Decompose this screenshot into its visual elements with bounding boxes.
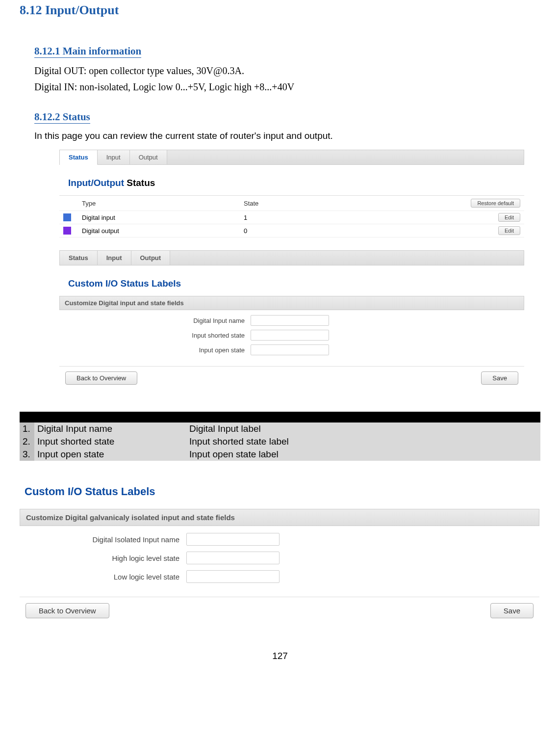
tab-output[interactable]: Output	[130, 150, 167, 164]
field-row: Digital Input name	[59, 313, 524, 328]
panel-title-black: Status	[124, 178, 155, 188]
back-to-overview-button[interactable]: Back to Overview	[25, 603, 109, 618]
subsection-heading-8121: 8.12.1 Main information	[34, 45, 141, 58]
col-type-header: Type	[82, 200, 244, 207]
desc-b: Input open state label	[186, 448, 540, 461]
section-heading-812: 8.12 Input/Output	[20, 3, 540, 18]
label-input-open-state: Input open state	[59, 346, 251, 354]
color-swatch-icon	[63, 227, 71, 235]
tabs-filler	[167, 150, 524, 164]
field-row: Digital Isolated Input name	[20, 530, 539, 549]
label-input-shorted-state: Input shorted state	[59, 332, 251, 339]
row-type: Digital output	[82, 227, 244, 235]
io-status-row: Digital input 1 Edit	[59, 211, 524, 224]
save-button[interactable]: Save	[481, 371, 518, 385]
tabs-1: Status Input Output	[59, 150, 524, 165]
label-digital-input-name: Digital Input name	[59, 317, 251, 324]
io-status-table: Type State Restore default Digital input…	[59, 195, 524, 238]
color-swatch-icon	[63, 213, 71, 221]
tabs-2: Status Input Output	[59, 250, 524, 265]
input-digital-isolated-input-name[interactable]	[186, 533, 280, 546]
custom-input-fields: Digital Input name Input shorted state I…	[59, 313, 524, 357]
actions-row-1: Back to Overview Save	[59, 366, 524, 390]
status-intro: In this page you can review the current …	[34, 131, 540, 141]
desc-a: Input open state	[34, 448, 186, 461]
panel-title-custom-labels-2: Custom I/O Status Labels	[25, 485, 539, 498]
input-shorted-state[interactable]	[251, 330, 329, 341]
label-high-logic-level-state: High logic level state	[20, 554, 186, 562]
tab-status-2[interactable]: Status	[60, 251, 98, 265]
tab-input-2[interactable]: Input	[98, 251, 131, 265]
desc-a: Digital Input name	[34, 422, 186, 435]
custom-isolated-fields: Digital Isolated Input name High logic l…	[20, 530, 539, 586]
label-digital-isolated-input-name: Digital Isolated Input name	[20, 535, 186, 544]
desc-row: 3. Input open state Input open state lab…	[20, 448, 540, 461]
desc-row: 2. Input shorted state Input shorted sta…	[20, 435, 540, 448]
body-line-2: Digital IN: non-isolated, Logic low 0...…	[34, 80, 540, 94]
actions-row-2: Back to Overview Save	[20, 597, 539, 624]
section-bar-custom-digital-input: Customize Digital input and state fields	[59, 296, 524, 310]
input-low-logic-level-state[interactable]	[186, 570, 280, 583]
col-state-header: State	[244, 200, 471, 207]
row-state: 1	[244, 214, 498, 221]
desc-a: Input shorted state	[34, 435, 186, 448]
row-state: 0	[244, 227, 498, 235]
io-status-header: Type State Restore default	[59, 196, 524, 211]
desc-num: 1.	[20, 422, 34, 435]
page-number: 127	[20, 651, 540, 661]
tab-status[interactable]: Status	[60, 150, 98, 165]
field-row: Low logic level state	[20, 567, 539, 586]
field-row: Input open state	[59, 343, 524, 357]
panel-title-custom-labels: Custom I/O Status Labels	[68, 278, 524, 289]
tab-output-2[interactable]: Output	[131, 251, 171, 265]
field-row: High logic level state	[20, 549, 539, 567]
screenshot-custom-isolated-panel: Custom I/O Status Labels Customize Digit…	[20, 485, 539, 624]
edit-button[interactable]: Edit	[498, 226, 520, 235]
label-low-logic-level-state: Low logic level state	[20, 573, 186, 581]
section-bar-custom-isolated: Customize Digital galvanicaly isolated i…	[20, 509, 539, 526]
screenshot-status-panel: Status Input Output Input/Output Status …	[59, 149, 525, 390]
restore-default-button[interactable]: Restore default	[471, 199, 520, 208]
input-high-logic-level-state[interactable]	[186, 552, 280, 564]
desc-b: Digital Input label	[186, 422, 540, 435]
io-status-row: Digital output 0 Edit	[59, 224, 524, 238]
subsection-heading-8122: 8.12.2 Status	[34, 111, 90, 124]
field-row: Input shorted state	[59, 328, 524, 343]
tab-input[interactable]: Input	[98, 150, 130, 164]
edit-button[interactable]: Edit	[498, 213, 520, 222]
input-open-state[interactable]	[251, 344, 329, 355]
description-table: 1. Digital Input name Digital Input labe…	[20, 412, 540, 461]
row-type: Digital input	[82, 214, 244, 221]
panel-title-blue: Input/Output	[68, 178, 124, 188]
save-button[interactable]: Save	[490, 603, 534, 618]
body-line-1: Digital OUT: open collector type values,…	[34, 64, 540, 78]
desc-b: Input shorted state label	[186, 435, 540, 448]
desc-row: 1. Digital Input name Digital Input labe…	[20, 422, 540, 435]
desc-num: 3.	[20, 448, 34, 461]
back-to-overview-button[interactable]: Back to Overview	[65, 371, 137, 385]
input-digital-input-name[interactable]	[251, 315, 329, 326]
desc-num: 2.	[20, 435, 34, 448]
panel-title-io-status: Input/Output Status	[68, 178, 524, 188]
desc-table-header	[20, 412, 540, 422]
